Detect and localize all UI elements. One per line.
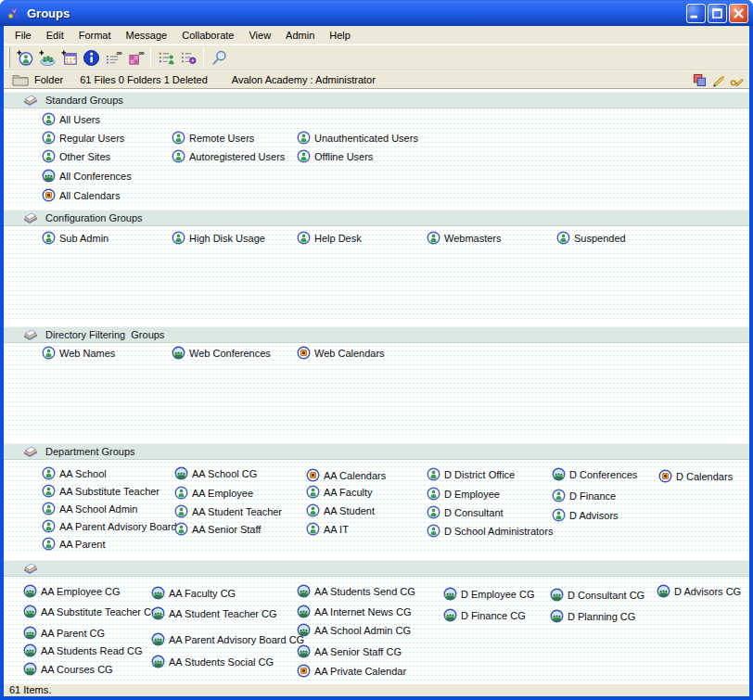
add-calendar-button[interactable] [57,46,80,69]
conference-icon [297,584,311,598]
group-item[interactable]: AA Employee [174,486,253,500]
group-item-label: All Calendars [59,190,120,201]
group-item-label: AA Student [324,505,375,516]
group-item[interactable]: AA School CG [174,466,257,480]
group-item[interactable]: D Advisors CG [657,584,741,598]
group-item[interactable]: AA Senior Staff CG [297,644,402,658]
group-item[interactable]: AA Internet News CG [297,605,412,618]
group-item[interactable]: AA Student Teacher [174,504,282,518]
group-item[interactable]: D Employee [427,487,500,501]
group-item[interactable]: AA Substitute Teacher [42,484,160,498]
calendar-icon [297,346,311,360]
group-item[interactable]: Suspended [556,231,626,245]
add-calendar-icon [60,49,78,67]
group-item[interactable]: D Consultant [427,505,504,519]
group-item[interactable]: AA Faculty [306,485,373,499]
group-item[interactable]: AA Parent CG [23,626,105,640]
group-item[interactable]: AA School Admin CG [297,623,411,637]
group-item[interactable]: AA School Admin [42,502,137,515]
toolbar-grip[interactable] [7,47,10,68]
maximize-button[interactable] [708,4,727,23]
conference-icon [172,346,185,360]
group-item[interactable]: AA Students Send CG [297,584,415,598]
directory-users-button[interactable] [155,46,177,69]
group-item[interactable]: AA Parent [42,537,106,551]
group-item[interactable]: AA Employee CG [23,584,121,598]
group-item[interactable]: All Users [42,112,100,126]
menu-format[interactable]: Format [71,27,119,44]
group-item[interactable]: AA Student Teacher CG [151,606,277,620]
menu-collaborate[interactable]: Collaborate [174,27,241,44]
group-item[interactable]: AA Parent Advisory Board CG [151,632,304,646]
group-item-label: AA Students Read CG [41,645,142,656]
group-item[interactable]: Autoregistered Users [172,149,285,163]
group-item[interactable]: Web Conferences [172,346,271,360]
menu-edit[interactable]: Edit [39,27,71,44]
group-item[interactable]: AA Student [306,503,375,517]
list-infinity-button[interactable]: ∞ [102,46,124,69]
group-item[interactable]: Unauthenticated Users [297,131,418,145]
menu-message[interactable]: Message [119,27,175,44]
group-item[interactable]: Web Names [42,346,115,360]
group-item[interactable]: AA Students Read CG [23,643,142,657]
group-item-label: AA Calendars [324,470,386,481]
group-item[interactable]: All Conferences [42,169,132,183]
menu-help[interactable]: Help [322,27,358,44]
menu-admin[interactable]: Admin [278,27,322,44]
group-item-label: AA Parent Advisory Board CG [169,634,304,645]
conference-icon [550,588,564,602]
group-item[interactable]: Regular Users [42,131,124,145]
minimize-icon [687,5,705,22]
add-user-button[interactable] [13,46,35,69]
group-item[interactable]: D District Office [427,467,515,481]
group-item[interactable]: AA Students Social CG [151,655,274,668]
item-info-button[interactable] [80,46,102,69]
pencil-button[interactable] [710,72,726,88]
group-item[interactable]: AA IT [306,522,349,536]
image-infinity-button[interactable]: ∞ [124,46,147,69]
group-item[interactable]: D Conferences [552,467,637,481]
close-button[interactable] [729,4,748,23]
menu-file[interactable]: File [7,27,39,44]
group-item[interactable]: Other Sites [42,149,110,163]
group-item[interactable]: Help Desk [297,231,362,245]
menu-view[interactable]: View [241,27,278,44]
add-conference-button[interactable] [35,46,57,69]
group-item[interactable]: D Consultant CG [550,588,645,602]
group-item[interactable]: D Calendars [658,469,733,483]
key-button[interactable] [729,72,745,88]
group-item[interactable]: AA Substitute Teacher CG [23,605,160,618]
group-item[interactable]: D Advisors [552,508,619,522]
group-item-label: AA School [59,468,107,479]
group-item[interactable]: Remote Users [172,131,254,145]
group-item[interactable]: D School Administrators [427,524,553,538]
group-item[interactable]: All Calendars [42,188,120,202]
group-item[interactable]: AA Courses CG [23,662,113,676]
section-books-icon [22,93,39,108]
conference-icon [42,169,56,183]
user-icon [427,467,440,481]
group-item[interactable]: Sub Admin [42,231,108,245]
group-item[interactable]: AA Parent Advisory Board [42,519,177,533]
group-item[interactable]: D Planning CG [550,609,635,623]
group-item[interactable]: AA Calendars [306,468,386,482]
group-item[interactable]: Web Calendars [297,346,385,360]
group-item[interactable]: D Finance CG [443,608,526,622]
pages-button[interactable] [692,72,708,88]
group-item[interactable]: AA Senior Staff [174,522,261,536]
group-item[interactable]: D Finance [552,489,616,503]
group-item[interactable]: High Disk Usage [172,231,265,245]
group-item-label: AA Faculty [324,487,373,498]
group-item[interactable]: AA Faculty CG [151,586,236,600]
directory-settings-button[interactable] [177,46,199,69]
group-item[interactable]: D Employee CG [443,587,534,601]
minimize-button[interactable] [686,4,706,23]
search-button[interactable] [208,46,230,69]
group-item-label: D Employee CG [461,589,534,600]
section-title: Configuration Groups [45,212,143,223]
group-item[interactable]: AA Private Calendar [297,664,406,678]
group-item[interactable]: Offline Users [297,149,373,163]
group-item[interactable]: Webmasters [427,231,502,245]
conference-icon [23,643,37,657]
group-item[interactable]: AA School [42,466,107,480]
